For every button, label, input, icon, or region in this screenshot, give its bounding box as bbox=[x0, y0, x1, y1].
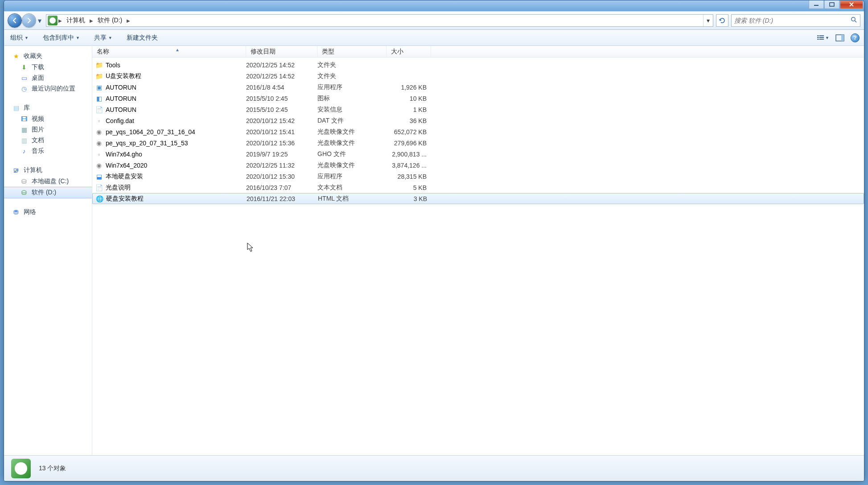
file-row[interactable]: ▫Config.dat2020/10/12 15:42DAT 文件36 KB bbox=[92, 115, 864, 126]
file-size: 279,696 KB bbox=[387, 140, 431, 147]
videos-label: 视频 bbox=[32, 115, 44, 123]
file-type: 安装信息 bbox=[317, 106, 387, 114]
file-date: 2020/10/12 15:42 bbox=[246, 117, 317, 124]
iso-icon: ◉ bbox=[95, 161, 103, 169]
status-count: 13 个对象 bbox=[39, 464, 66, 473]
file-row[interactable]: ◧AUTORUN2015/5/10 2:45图标10 KB bbox=[92, 93, 864, 104]
organize-menu[interactable]: 组织▼ bbox=[8, 30, 30, 45]
file-date: 2020/10/12 15:30 bbox=[246, 173, 317, 180]
file-name: Win7x64.gho bbox=[106, 151, 142, 158]
breadcrumb-drive-d[interactable]: 软件 (D:) bbox=[94, 15, 126, 26]
downloads-label: 下载 bbox=[32, 63, 44, 71]
document-icon: ▥ bbox=[20, 136, 28, 144]
sidebar-recent[interactable]: ◷ 最近访问的位置 bbox=[4, 83, 92, 94]
svg-rect-4 bbox=[819, 35, 824, 36]
sidebar-desktop[interactable]: ▭ 桌面 bbox=[4, 73, 92, 83]
explorer-window: ▾ ▶ 计算机 ▶ 软件 (D:) ▶ ▾ 组织▼ 包含到库中▼ bbox=[4, 0, 864, 481]
ini-icon: 📄 bbox=[95, 106, 103, 114]
file-row[interactable]: ▣AUTORUN2016/1/8 4:54应用程序1,926 KB bbox=[92, 82, 864, 93]
drive-icon bbox=[48, 16, 58, 25]
file-date: 2015/5/10 2:45 bbox=[246, 106, 317, 113]
file-row[interactable]: 📄AUTORUN2015/5/10 2:45安装信息1 KB bbox=[92, 104, 864, 115]
file-date: 2015/5/10 2:45 bbox=[246, 95, 317, 102]
status-bar: 13 个对象 bbox=[4, 455, 864, 481]
file-row[interactable]: 📁U盘安装教程2020/12/25 14:52文件夹 bbox=[92, 70, 864, 82]
sidebar-disk-c[interactable]: ⛁ 本地磁盘 (C:) bbox=[4, 176, 92, 187]
column-type[interactable]: 类型 bbox=[317, 46, 387, 57]
file-row[interactable]: 📁Tools2020/12/25 14:52文件夹 bbox=[92, 59, 864, 70]
column-name-label: 名称 bbox=[97, 48, 109, 56]
maximize-button[interactable] bbox=[824, 0, 839, 9]
iso-icon: ◉ bbox=[95, 139, 103, 147]
close-button[interactable] bbox=[840, 0, 863, 9]
file-type: 文本文档 bbox=[317, 184, 387, 192]
column-date[interactable]: 修改日期 bbox=[246, 46, 317, 57]
breadcrumb-computer[interactable]: 计算机 bbox=[63, 15, 89, 26]
toolbar: 组织▼ 包含到库中▼ 共享▼ 新建文件夹 ▼ bbox=[4, 30, 864, 46]
desktop-icon: ▭ bbox=[20, 74, 28, 82]
gho-icon: ▫ bbox=[95, 150, 103, 158]
address-bar[interactable]: ▶ 计算机 ▶ 软件 (D:) ▶ ▾ bbox=[46, 14, 713, 27]
file-type: 文件夹 bbox=[317, 61, 387, 69]
file-row[interactable]: ▫Win7x64.gho2019/9/7 19:25GHO 文件2,900,81… bbox=[92, 148, 864, 160]
refresh-button[interactable] bbox=[716, 14, 728, 27]
address-dropdown[interactable]: ▾ bbox=[703, 15, 713, 26]
search-input[interactable] bbox=[734, 17, 851, 24]
breadcrumb-sep-icon: ▶ bbox=[89, 18, 94, 23]
computer-header[interactable]: 🖳 计算机 bbox=[4, 164, 92, 176]
icon-icon: ◧ bbox=[95, 95, 103, 103]
file-row[interactable]: ◉pe_yqs_xp_20_07_31_15_532020/10/12 15:3… bbox=[92, 137, 864, 148]
favorites-header[interactable]: ★ 收藏夹 bbox=[4, 50, 92, 62]
file-date: 2016/11/21 22:03 bbox=[247, 195, 318, 202]
sidebar-documents[interactable]: ▥ 文档 bbox=[4, 135, 92, 146]
search-box[interactable] bbox=[731, 14, 860, 27]
minimize-button[interactable] bbox=[809, 0, 824, 9]
libraries-header[interactable]: ▤ 库 bbox=[4, 102, 92, 114]
file-row[interactable]: 📄光盘说明2016/10/23 7:07文本文档5 KB bbox=[92, 182, 864, 193]
recent-icon: ◷ bbox=[20, 85, 28, 93]
picture-icon: ▦ bbox=[20, 126, 28, 134]
column-size[interactable]: 大小 bbox=[387, 46, 431, 57]
file-row[interactable]: ⬓本地硬盘安装2020/10/12 15:30应用程序28,315 KB bbox=[92, 171, 864, 182]
sidebar-downloads[interactable]: ⬇ 下载 bbox=[4, 62, 92, 73]
share-menu[interactable]: 共享▼ bbox=[92, 30, 114, 45]
sidebar-disk-d[interactable]: ⛁ 软件 (D:) bbox=[4, 187, 92, 198]
sidebar-pictures[interactable]: ▦ 图片 bbox=[4, 124, 92, 135]
file-rows: 📁Tools2020/12/25 14:52文件夹📁U盘安装教程2020/12/… bbox=[92, 58, 864, 455]
chevron-down-icon: ▼ bbox=[108, 36, 112, 40]
svg-rect-8 bbox=[819, 38, 824, 39]
help-button[interactable]: ? bbox=[851, 33, 860, 42]
network-header[interactable]: ⛃ 网络 bbox=[4, 206, 92, 218]
file-name: Config.dat bbox=[106, 117, 134, 124]
history-dropdown[interactable]: ▾ bbox=[36, 13, 43, 28]
folder-icon: 📁 bbox=[95, 72, 103, 80]
file-type: 光盘映像文件 bbox=[317, 128, 387, 136]
svg-rect-5 bbox=[817, 37, 819, 38]
preview-pane-button[interactable] bbox=[834, 33, 846, 43]
file-size: 2,900,813 ... bbox=[387, 151, 431, 158]
forward-button[interactable] bbox=[22, 13, 36, 28]
network-icon: ⛃ bbox=[12, 208, 20, 216]
sidebar-videos[interactable]: 🎞 视频 bbox=[4, 114, 92, 124]
sort-asc-icon: ▲ bbox=[175, 47, 180, 52]
file-date: 2020/10/12 15:41 bbox=[246, 128, 317, 136]
file-type: HTML 文档 bbox=[318, 195, 387, 203]
navigation-bar: ▾ ▶ 计算机 ▶ 软件 (D:) ▶ ▾ bbox=[4, 11, 864, 30]
new-folder-button[interactable]: 新建文件夹 bbox=[125, 30, 160, 45]
sidebar-music[interactable]: ♪ 音乐 bbox=[4, 146, 92, 156]
svg-rect-0 bbox=[814, 5, 819, 6]
file-row[interactable]: ◉Win7x64_20202020/12/25 11:32光盘映像文件3,874… bbox=[92, 160, 864, 171]
video-icon: 🎞 bbox=[20, 115, 28, 123]
toolbar-right: ▼ ? bbox=[817, 33, 860, 43]
view-mode-button[interactable]: ▼ bbox=[817, 33, 829, 43]
include-in-library-menu[interactable]: 包含到库中▼ bbox=[41, 30, 82, 45]
column-name[interactable]: 名称 ▲ bbox=[92, 46, 246, 57]
file-row[interactable]: ◉pe_yqs_1064_20_07_31_16_042020/10/12 15… bbox=[92, 126, 864, 137]
file-size: 5 KB bbox=[387, 184, 431, 191]
svg-rect-10 bbox=[841, 35, 844, 41]
txt-icon: 📄 bbox=[95, 184, 103, 192]
file-name: AUTORUN bbox=[106, 95, 136, 102]
file-row[interactable]: 🌐硬盘安装教程2016/11/21 22:03HTML 文档3 KB bbox=[92, 193, 864, 204]
share-label: 共享 bbox=[94, 34, 107, 42]
back-button[interactable] bbox=[8, 13, 22, 28]
